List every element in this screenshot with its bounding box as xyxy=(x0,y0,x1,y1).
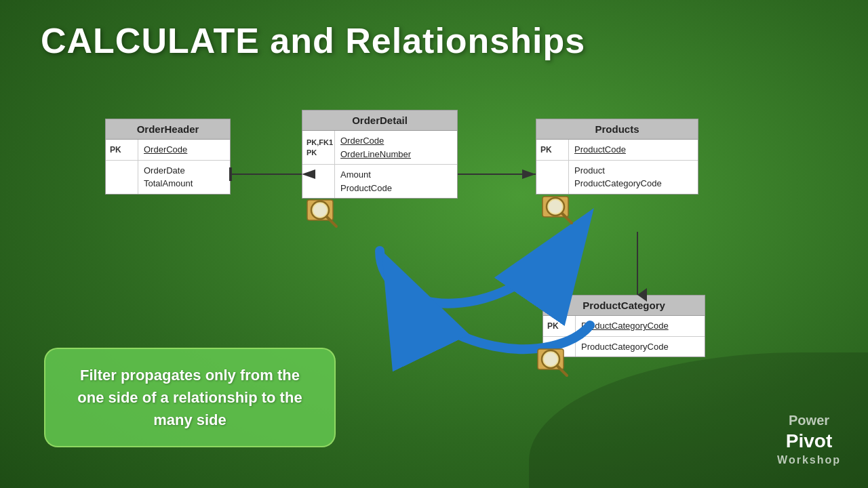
magnify-glass-products xyxy=(539,193,576,230)
magnify-glass-order-detail xyxy=(304,197,341,234)
table-order-detail: OrderDetail PK,FK1PK OrderCode OrderLine… xyxy=(302,110,458,199)
field-col: Product ProductCategoryCode xyxy=(569,161,667,194)
field-name: TotalAmount xyxy=(144,177,193,190)
logo-line2: Pivot xyxy=(777,429,841,453)
table-row: Amount ProductCode xyxy=(302,165,457,198)
pk-label: PK xyxy=(106,140,138,160)
table-row: PK ProductCategoryCode xyxy=(543,316,705,337)
pk-label: PK xyxy=(536,140,569,160)
pk-label xyxy=(302,165,335,198)
field-name: OrderCode xyxy=(144,143,187,157)
field-name: OrderLineNumber xyxy=(340,148,411,161)
svg-point-19 xyxy=(544,352,557,366)
table-order-header: OrderHeader PK OrderCode OrderDate Total… xyxy=(105,119,231,195)
logo-line1: Power xyxy=(777,411,841,429)
field-col: OrderDate TotalAmount xyxy=(138,161,198,194)
table-row: OrderDate TotalAmount xyxy=(106,161,230,194)
field-name: ProductCode xyxy=(340,182,392,195)
table-row: PK ProductCode xyxy=(536,140,698,161)
table-products-title: Products xyxy=(536,119,698,140)
svg-point-11 xyxy=(313,203,327,217)
field-name: Amount xyxy=(340,168,392,182)
field-name: ProductCode xyxy=(574,143,626,157)
table-product-category-title: ProductCategory xyxy=(543,296,705,316)
svg-point-15 xyxy=(549,200,562,214)
pk-label xyxy=(536,161,569,194)
pk-label: PK xyxy=(543,316,576,336)
magnify-glass-product-category xyxy=(534,346,572,383)
pk-label xyxy=(106,161,138,194)
field-name: ProductCategoryCode xyxy=(581,319,669,333)
field-col: OrderCode OrderLineNumber xyxy=(335,131,416,164)
info-box: Filter propagates only from the one side… xyxy=(44,348,336,447)
field-name: Product xyxy=(574,164,662,178)
field-col: ProductCategoryCode xyxy=(576,316,674,336)
logo-line3: Workshop xyxy=(777,453,841,468)
table-order-header-title: OrderHeader xyxy=(106,119,230,140)
info-box-text: Filter propagates only from the one side… xyxy=(77,367,302,428)
table-order-detail-title: OrderDetail xyxy=(302,110,457,131)
table-row: PK OrderCode xyxy=(106,140,230,161)
table-products: Products PK ProductCode Product ProductC… xyxy=(536,119,698,195)
table-row: PK,FK1PK OrderCode OrderLineNumber xyxy=(302,131,457,165)
field-col: Amount ProductCode xyxy=(335,165,397,198)
field-col: ProductCategoryCode xyxy=(576,337,674,357)
field-name: ProductCategoryCode xyxy=(574,177,662,190)
field-name: OrderCode xyxy=(340,134,411,148)
page-title: CALCULATE and Relationships xyxy=(41,20,585,61)
field-name: OrderDate xyxy=(144,164,193,178)
field-name: ProductCategoryCode xyxy=(581,340,669,354)
field-col: OrderCode xyxy=(138,140,193,160)
field-col: ProductCode xyxy=(569,140,631,160)
pk-label: PK,FK1PK xyxy=(302,131,335,164)
table-row: Product ProductCategoryCode xyxy=(536,161,698,194)
logo: Power Pivot Workshop xyxy=(777,411,841,468)
